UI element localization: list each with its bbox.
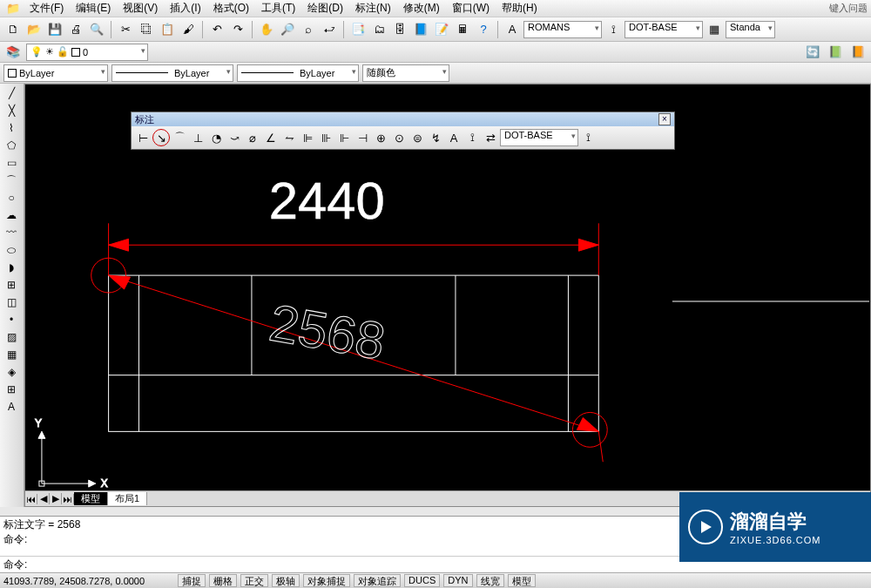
- spline-icon[interactable]: 〰: [2, 225, 21, 240]
- menu-tools[interactable]: 工具(T): [256, 0, 300, 17]
- tab-last-icon[interactable]: ⏭: [62, 494, 74, 504]
- linetype-dropdown[interactable]: ByLayer: [111, 64, 233, 82]
- tab-first-icon[interactable]: ⏮: [25, 494, 37, 504]
- copy-icon[interactable]: ⿻: [137, 20, 156, 39]
- new-icon[interactable]: 🗋: [3, 20, 23, 39]
- sheet-set-icon[interactable]: 📘: [411, 20, 430, 39]
- layer-iso-icon[interactable]: 📗: [826, 43, 845, 62]
- rectangle-icon[interactable]: ▭: [2, 155, 21, 171]
- redo-icon[interactable]: ↷: [228, 20, 247, 39]
- grid-toggle[interactable]: 栅格: [209, 574, 237, 587]
- dim-jogged-icon[interactable]: ⤻: [226, 129, 243, 146]
- dimension-toolbar-panel[interactable]: 标注 × ⊢ ↘ ⌒ ⊥ ◔ ⤻ ⌀ ∠ ⥊ ⊫ ⊪ ⊩ ⊣ ⊕ ⊙ ⊜ ↯ A…: [131, 112, 675, 150]
- polygon-icon[interactable]: ⬠: [2, 138, 21, 153]
- dim-style-mgr-icon[interactable]: ⟟: [579, 129, 597, 146]
- design-center-icon[interactable]: 🗂: [369, 20, 388, 39]
- tablestyle-dropdown[interactable]: Standa: [726, 21, 775, 38]
- dim-diameter-icon[interactable]: ⌀: [244, 129, 261, 146]
- insert-icon[interactable]: ⊞: [2, 277, 21, 293]
- dim-tedit-icon[interactable]: ⟟: [463, 129, 481, 146]
- lineweight-dropdown[interactable]: ByLayer: [237, 64, 359, 82]
- circle-icon[interactable]: ○: [2, 190, 21, 206]
- dimstyle-dropdown[interactable]: DOT-BASE: [625, 21, 703, 38]
- save-icon[interactable]: 💾: [45, 20, 64, 39]
- layer-prev-icon[interactable]: 🔄: [803, 43, 822, 62]
- undo-icon[interactable]: ↶: [207, 20, 226, 39]
- textstyle-dropdown[interactable]: ROMANS: [523, 21, 602, 38]
- inspect-icon[interactable]: ⊜: [408, 129, 426, 146]
- dim-arc-icon[interactable]: ⌒: [171, 129, 188, 146]
- dim-style-dropdown[interactable]: DOT-BASE: [500, 129, 578, 146]
- menu-insert[interactable]: 插入(I): [165, 0, 206, 17]
- jog-line-icon[interactable]: ↯: [427, 129, 444, 146]
- preview-icon[interactable]: 🔍: [87, 20, 106, 39]
- textstyle-icon[interactable]: A: [503, 20, 522, 39]
- dim-update-icon[interactable]: ⇄: [482, 129, 499, 146]
- paste-icon[interactable]: 📋: [158, 20, 177, 39]
- dimstyle-icon[interactable]: ⟟: [604, 20, 623, 39]
- zoom-rt-icon[interactable]: 🔎: [278, 20, 297, 39]
- pan-icon[interactable]: ✋: [257, 20, 276, 39]
- otrack-toggle[interactable]: 对象追踪: [354, 574, 401, 587]
- plot-icon[interactable]: 🖨: [66, 20, 85, 39]
- markup-icon[interactable]: 📝: [432, 20, 451, 39]
- menu-window[interactable]: 窗口(W): [447, 0, 495, 17]
- ducs-toggle[interactable]: DUCS: [404, 574, 440, 587]
- close-icon[interactable]: ×: [658, 113, 671, 125]
- help-icon[interactable]: ?: [474, 20, 493, 39]
- gradient-icon[interactable]: ▦: [2, 347, 21, 362]
- menu-help[interactable]: 帮助(H): [496, 0, 543, 17]
- ellipse-icon[interactable]: ⬭: [2, 242, 21, 258]
- dim-baseline-icon[interactable]: ⊫: [299, 129, 316, 146]
- polar-toggle[interactable]: 极轴: [272, 574, 300, 587]
- point-icon[interactable]: •: [2, 312, 21, 328]
- dim-linear-icon[interactable]: ⊢: [134, 129, 152, 146]
- region-icon[interactable]: ◈: [2, 364, 21, 380]
- menu-view[interactable]: 视图(V): [118, 0, 163, 17]
- dim-break-icon[interactable]: ⊣: [354, 129, 371, 146]
- ortho-toggle[interactable]: 正交: [240, 574, 268, 587]
- tab-next-icon[interactable]: ▶: [50, 493, 62, 504]
- xline-icon[interactable]: ╳: [2, 103, 21, 118]
- open-icon[interactable]: 📂: [24, 20, 44, 39]
- menu-file[interactable]: 文件(F): [24, 0, 69, 17]
- osnap-toggle[interactable]: 对象捕捉: [303, 574, 350, 587]
- layer-dropdown[interactable]: 💡 ☀ 🔓 0: [26, 44, 148, 61]
- block-icon[interactable]: ◫: [2, 294, 21, 310]
- tolerance-icon[interactable]: ⊕: [372, 129, 389, 146]
- mtext-icon[interactable]: A: [2, 399, 21, 415]
- zoom-win-icon[interactable]: ⌕: [299, 20, 318, 39]
- zoom-prev-icon[interactable]: ⮐: [320, 20, 339, 39]
- dim-edit-icon[interactable]: A: [445, 129, 463, 146]
- pline-icon[interactable]: ⌇: [2, 120, 21, 136]
- dim-aligned-icon[interactable]: ↘: [152, 129, 170, 146]
- ellipse-arc-icon[interactable]: ◗: [2, 260, 21, 275]
- menu-draw[interactable]: 绘图(D): [302, 0, 348, 17]
- panel-titlebar[interactable]: 标注 ×: [132, 112, 674, 126]
- color-dropdown[interactable]: ByLayer: [3, 64, 108, 82]
- properties-icon[interactable]: 📑: [348, 20, 368, 39]
- match-icon[interactable]: 🖌: [179, 20, 198, 39]
- hatch-icon[interactable]: ▨: [2, 329, 21, 345]
- table-icon[interactable]: ⊞: [2, 382, 21, 397]
- line-icon[interactable]: ╱: [2, 85, 21, 101]
- model-tab[interactable]: 模型: [74, 492, 108, 505]
- arc-icon[interactable]: ⌒: [2, 172, 21, 188]
- calc-icon[interactable]: 🖩: [453, 20, 472, 39]
- menu-format[interactable]: 格式(O): [208, 0, 254, 17]
- dim-radius-icon[interactable]: ◔: [207, 129, 225, 146]
- dim-ordinate-icon[interactable]: ⊥: [189, 129, 206, 146]
- help-search-hint[interactable]: 键入问题: [829, 2, 868, 15]
- revcloud-icon[interactable]: ☁: [2, 207, 21, 223]
- menu-modify[interactable]: 修改(M): [398, 0, 445, 17]
- center-mark-icon[interactable]: ⊙: [390, 129, 408, 146]
- lwt-toggle[interactable]: 线宽: [476, 574, 504, 587]
- plotstyle-dropdown[interactable]: 随颜色: [362, 64, 449, 82]
- menu-edit[interactable]: 编辑(E): [71, 0, 116, 17]
- dyn-toggle[interactable]: DYN: [443, 574, 472, 587]
- tab-prev-icon[interactable]: ◀: [37, 493, 50, 504]
- dim-continue-icon[interactable]: ⊪: [317, 129, 334, 146]
- dim-angular-icon[interactable]: ∠: [262, 129, 280, 146]
- snap-toggle[interactable]: 捕捉: [178, 574, 206, 587]
- model-toggle[interactable]: 模型: [508, 574, 536, 587]
